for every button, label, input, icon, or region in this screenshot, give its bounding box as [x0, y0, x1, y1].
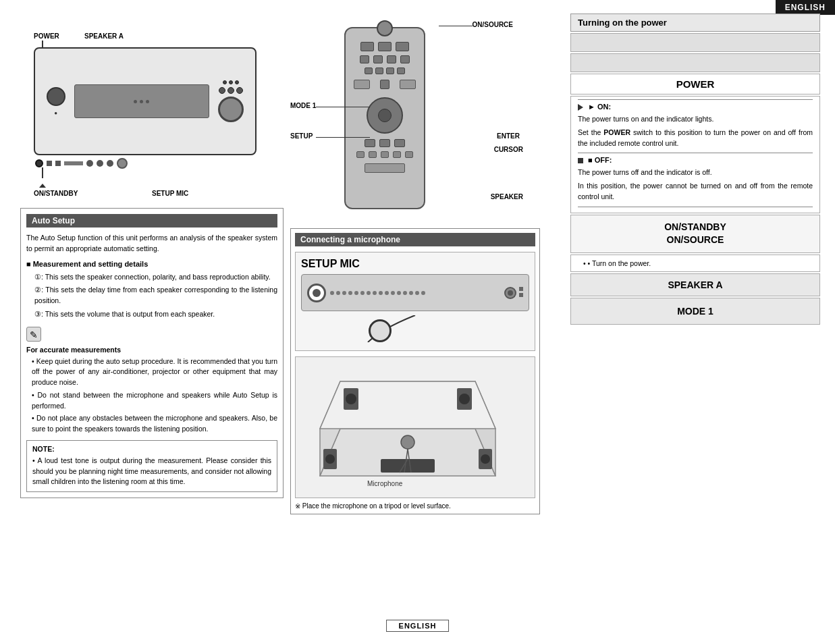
remote-label-cursor: CURSOR	[494, 145, 523, 153]
setup-mic-title: SETUP MIC	[301, 258, 529, 270]
label-power: POWER	[34, 32, 59, 40]
accurate-measurements-title: For accurate measurements	[26, 346, 277, 354]
mic-jack-inner	[313, 289, 321, 297]
off-text-1: The power turns off and the indicator is…	[578, 166, 813, 180]
device-knob-left	[47, 87, 65, 106]
left-panel: POWER SPEAKER A ●	[20, 20, 284, 498]
english-badge-top: ENGLISH	[776, 0, 835, 15]
room-svg: Microphone	[300, 361, 516, 493]
label-setup-mic: SETUP MIC	[152, 190, 188, 197]
standby-arrow-head	[39, 184, 46, 188]
gray-spacer-2	[570, 53, 820, 72]
turning-power-title: Turning on the power	[578, 18, 667, 28]
off-text-2: In this position, the power cannot be tu…	[578, 180, 813, 204]
setup-mic-area: SETUP MIC	[295, 252, 535, 351]
measurement-item-2: ②: This sets the delay time from each sp…	[26, 285, 277, 306]
bullet-2: Do not stand between the microphone and …	[26, 390, 277, 412]
on-section: ► ON: The power turns on and the indicat…	[570, 96, 820, 213]
auto-setup-section: Auto Setup The Auto Setup function of th…	[20, 208, 284, 498]
device-diagram: POWER SPEAKER A ●	[20, 20, 277, 203]
mic-section: Connecting a microphone SETUP MIC	[290, 228, 540, 514]
on-text-2: Set the POWER switch to this position to…	[578, 126, 813, 151]
remote-diagram-area: ON/SOURCE MODE 1 SETUP ENTER CURSOR SPEA…	[290, 20, 527, 223]
on-triangle-icon	[578, 104, 583, 111]
device-knob-right	[218, 97, 244, 122]
device-body: ●	[34, 47, 257, 155]
mic-section-header: Connecting a microphone	[295, 233, 535, 246]
measurement-item-1: ①: This sets the speaker connection, pol…	[26, 272, 277, 283]
remote-label-enter: ENTER	[497, 132, 520, 140]
measurement-title: ■ Measurement and setting details	[26, 260, 277, 268]
svg-rect-13	[381, 459, 435, 473]
note-box: NOTE: A loud test tone is output during …	[26, 440, 277, 492]
auto-setup-intro: The Auto Setup function of this unit per…	[26, 233, 277, 254]
remote-body	[344, 27, 425, 209]
right-power-label: POWER	[571, 74, 819, 94]
standby-arrow-line	[42, 167, 43, 178]
mic-board-dots	[330, 291, 500, 295]
remote-label-on-source: ON/SOURCE	[472, 20, 513, 28]
english-badge-bottom: ENGLISH	[386, 620, 450, 632]
bullet-1: Keep quiet during the auto setup procedu…	[26, 356, 277, 388]
bullet-3: Do not place any obstacles between the m…	[26, 413, 277, 435]
svg-point-8	[459, 394, 470, 404]
off-label: ■ OFF:	[588, 156, 612, 164]
svg-text:Microphone: Microphone	[367, 480, 403, 487]
measurement-item-3: ③: This sets the volume that is output f…	[26, 309, 277, 320]
on-label: ► ON:	[588, 103, 611, 111]
power-bold: POWER	[603, 128, 630, 136]
right-panel: Turning on the power POWER ► ON: The pow…	[570, 14, 820, 326]
mic-footnote: ※ Place the microphone on a tripod or le…	[295, 502, 535, 510]
on-text-1: The power turns on and the indicator lig…	[578, 113, 813, 126]
gray-spacer-1	[570, 33, 820, 52]
note-text: A loud test tone is output during the me…	[32, 456, 271, 487]
remote-top-knob	[377, 20, 393, 36]
remote-label-setup: SETUP	[290, 132, 313, 140]
note-title: NOTE:	[32, 445, 271, 453]
label-on-standby: ON/STANDBY	[34, 190, 78, 197]
pencil-icon: ✎	[26, 327, 41, 342]
device-display	[74, 84, 209, 118]
remote-label-mode1: MODE 1	[290, 101, 316, 109]
label-speaker-a: SPEAKER A	[84, 32, 124, 40]
mic-board	[301, 274, 529, 311]
svg-point-10	[325, 454, 335, 464]
svg-point-6	[346, 394, 356, 404]
right-speaker-a: SPEAKER A	[570, 273, 820, 296]
remote-label-speaker: SPEAKER	[491, 192, 523, 200]
mic-jack	[307, 284, 326, 302]
turn-on-bullet: • Turn on the power.	[578, 258, 813, 269]
room-diagram: Microphone	[295, 356, 535, 498]
auto-setup-header: Auto Setup	[26, 214, 277, 227]
off-square-icon	[578, 158, 583, 163]
svg-point-12	[481, 454, 490, 464]
on-standby-on-source: ON/STANDBYON/SOURCE	[570, 215, 820, 253]
right-mode1: MODE 1	[570, 298, 820, 325]
svg-point-14	[401, 435, 414, 449]
turning-power-box: Turning on the power	[570, 14, 820, 32]
cable-svg	[314, 315, 516, 342]
middle-panel: ON/SOURCE MODE 1 SETUP ENTER CURSOR SPEA…	[290, 20, 540, 514]
